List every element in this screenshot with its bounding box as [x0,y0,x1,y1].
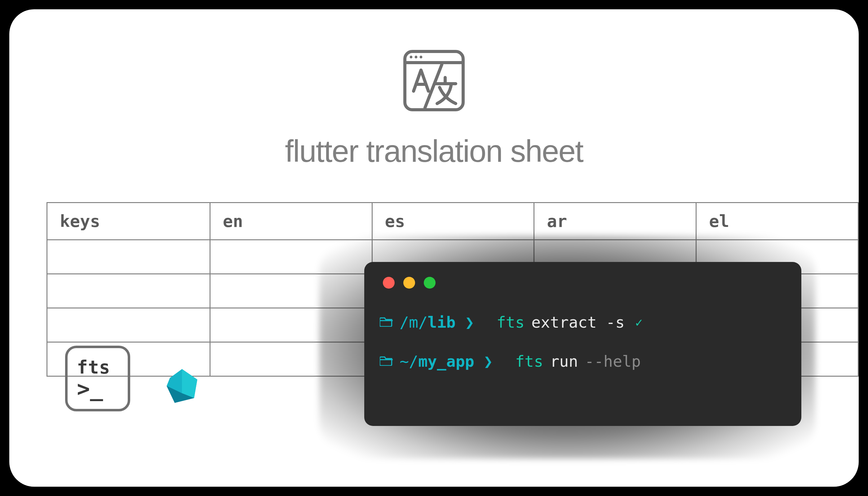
terminal-command: fts [497,313,525,331]
prompt-chevron-icon: ❯ [484,353,493,370]
maximize-icon[interactable] [424,277,436,289]
svg-marker-9 [182,369,197,398]
sheet-header-row: keys en es ar el [47,203,858,240]
terminal-args: extract -s [531,313,625,331]
terminal-path: ~/my_app [400,353,474,370]
prompt-chevron-icon: ❯ [465,313,474,331]
fts-badge-prompt: >_ [77,377,128,401]
svg-point-2 [410,56,413,59]
window-controls [383,277,786,289]
terminal-line: ~/my_app ❯ fts run --help [380,353,786,370]
minimize-icon[interactable] [403,277,415,289]
translate-app-icon [400,46,468,116]
close-icon[interactable] [383,277,394,289]
terminal-command: fts [515,353,543,370]
folder-icon [380,315,393,329]
diagram-card: flutter translation sheet keys en es ar … [9,9,859,487]
terminal-flag: --help [585,353,641,370]
col-header-ar: ar [534,203,696,240]
terminal-line: /m/lib ❯ fts extract -s ✓ [380,313,786,331]
svg-point-3 [415,56,418,59]
col-header-es: es [372,203,534,240]
terminal-window: /m/lib ❯ fts extract -s ✓ ~/my_app ❯ fts… [364,262,801,426]
fts-cli-badge: fts >_ [65,346,130,412]
success-check-icon: ✓ [635,315,642,329]
page-title: flutter translation sheet [285,133,583,169]
folder-icon [380,354,393,369]
dart-logo-icon [162,366,202,407]
fts-badge-label: fts [77,358,128,376]
col-header-el: el [696,203,858,240]
svg-point-4 [420,56,422,59]
terminal-path: /m/lib [400,313,456,331]
terminal-args: run [550,353,578,370]
col-header-en: en [210,203,372,240]
col-header-keys: keys [47,203,210,240]
